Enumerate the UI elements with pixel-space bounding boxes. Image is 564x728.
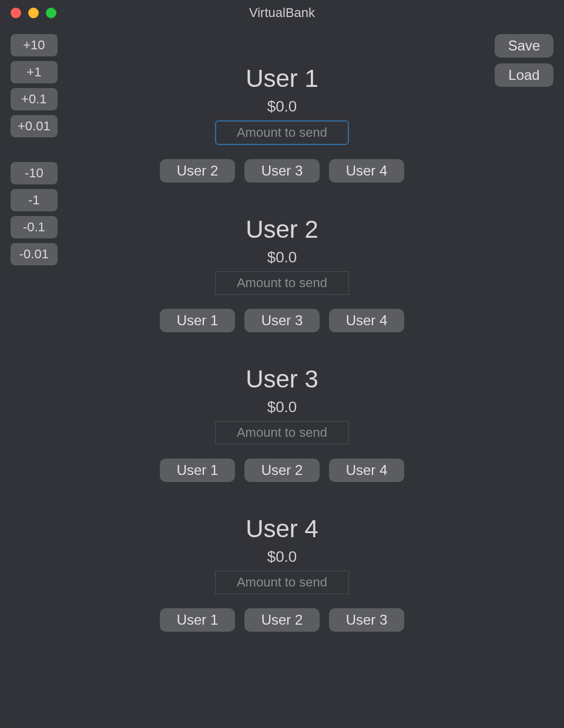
user-block-3: User 3 $0.0 User 1 User 2 User 4 (160, 365, 404, 482)
send-target-button[interactable]: User 1 (160, 309, 235, 332)
users-container: User 1 $0.0 User 2 User 3 User 4 User 2 … (0, 65, 564, 632)
close-icon[interactable] (11, 8, 21, 18)
save-button[interactable]: Save (495, 34, 553, 58)
user-block-1: User 1 $0.0 User 2 User 3 User 4 (160, 65, 404, 183)
send-target-button[interactable]: User 3 (244, 309, 320, 332)
titlebar: VirtualBank (0, 0, 564, 26)
user-balance: $0.0 (267, 398, 297, 416)
amount-input[interactable] (215, 120, 349, 145)
send-target-button[interactable]: User 2 (160, 159, 235, 183)
minimize-icon[interactable] (28, 8, 39, 18)
send-row: User 1 User 3 User 4 (160, 309, 404, 332)
send-target-button[interactable]: User 2 (244, 459, 320, 482)
zoom-icon[interactable] (46, 8, 56, 18)
window-title: VirtualBank (0, 5, 564, 21)
inc-10-button[interactable]: +10 (11, 34, 58, 56)
send-target-button[interactable]: User 1 (160, 459, 235, 482)
send-target-button[interactable]: User 4 (329, 159, 404, 183)
traffic-lights (11, 8, 56, 18)
user-balance: $0.0 (267, 248, 297, 267)
user-block-4: User 4 $0.0 User 1 User 2 User 3 (160, 515, 404, 632)
send-target-button[interactable]: User 4 (329, 459, 404, 482)
user-name: User 2 (246, 215, 318, 244)
send-target-button[interactable]: User 3 (244, 159, 320, 183)
send-target-button[interactable]: User 3 (329, 608, 404, 632)
send-row: User 1 User 2 User 4 (160, 459, 404, 482)
user-name: User 1 (246, 65, 318, 93)
user-block-2: User 2 $0.0 User 1 User 3 User 4 (160, 215, 404, 332)
user-balance: $0.0 (267, 548, 297, 566)
send-target-button[interactable]: User 2 (244, 608, 320, 632)
user-name: User 3 (246, 365, 318, 393)
amount-input[interactable] (215, 421, 349, 444)
user-name: User 4 (246, 515, 318, 543)
send-row: User 1 User 2 User 3 (160, 608, 404, 632)
send-target-button[interactable]: User 4 (329, 309, 404, 332)
send-target-button[interactable]: User 1 (160, 608, 235, 632)
user-balance: $0.0 (267, 97, 297, 116)
send-row: User 2 User 3 User 4 (160, 159, 404, 183)
amount-input[interactable] (215, 271, 349, 295)
amount-input[interactable] (215, 571, 349, 594)
app-window: VirtualBank +10 +1 +0.1 +0.01 -10 -1 -0.… (0, 0, 564, 728)
